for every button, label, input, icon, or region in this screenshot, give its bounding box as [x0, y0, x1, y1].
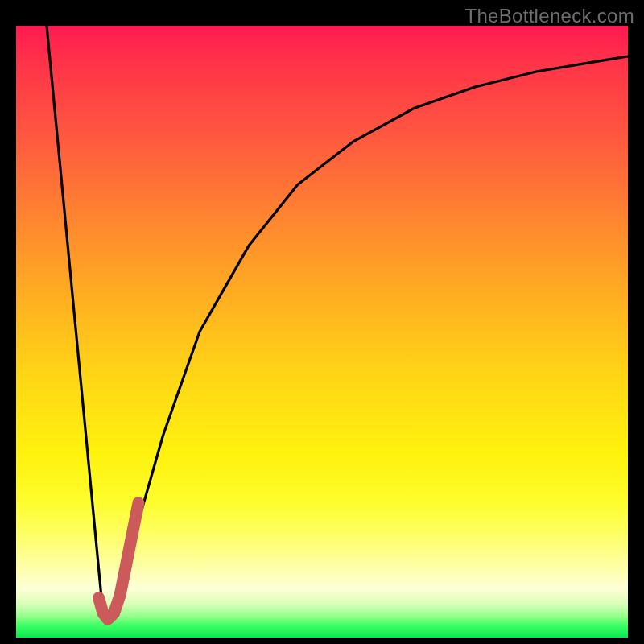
chart-overlay [16, 26, 628, 638]
chart-frame [16, 26, 628, 638]
watermark-text: TheBottleneck.com [464, 5, 634, 27]
accent-j-segment-path [99, 503, 138, 619]
